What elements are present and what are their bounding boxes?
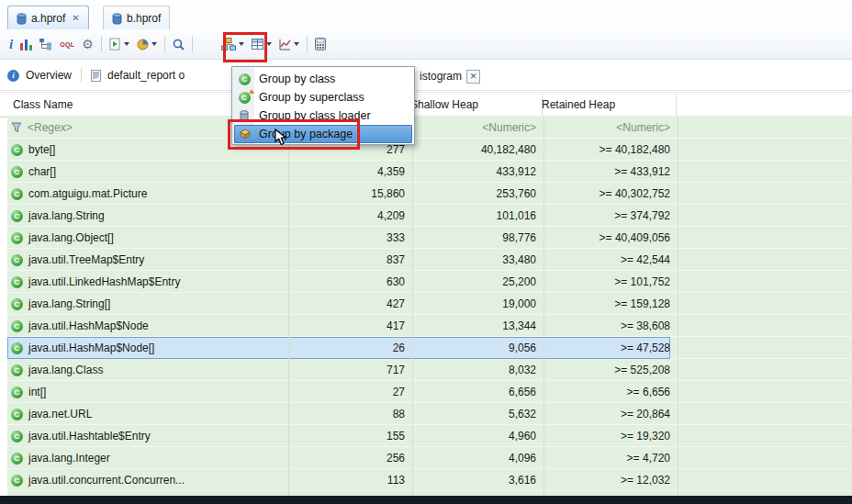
class-name-cell[interactable]: Cjava.lang.String[] <box>7 293 289 315</box>
class-name-label: java.util.LinkedHashMap$Entry <box>28 275 180 288</box>
class-name-label: java.util.HashMap$Node[] <box>28 342 154 354</box>
menu-item-group-by-class[interactable]: C Group by class <box>234 70 412 88</box>
table-row[interactable]: Cjava.net.URL885,632>= 20,864 <box>7 403 852 425</box>
class-name-label: char[] <box>28 165 56 178</box>
class-name-cell[interactable]: Cjava.util.Hashtable$Entry <box>7 425 289 447</box>
mat-window: a.hprof ✕ b.hprof i OQL ⚙ <box>0 0 852 504</box>
class-icon: C <box>11 232 23 244</box>
close-icon[interactable]: ✕ <box>72 14 79 23</box>
class-icon: C <box>11 166 23 178</box>
chart-button[interactable] <box>276 38 302 51</box>
class-name-cell[interactable]: Ccom.atguigu.mat.Picture <box>7 183 289 205</box>
shallow-heap-cell: 433,912 <box>405 161 544 183</box>
settings-button[interactable]: ⚙ <box>79 37 96 51</box>
tab-overview[interactable]: Overview <box>26 69 72 82</box>
tab-a-hprof[interactable]: a.hprof ✕ <box>7 6 89 30</box>
table-row[interactable]: Cjava.util.concurrent.Concurren...1133,6… <box>7 469 852 491</box>
class-name-cell[interactable]: Cjava.lang.Integer <box>7 447 289 469</box>
table-row[interactable]: Cjava.util.LinkedHashMap$Entry63025,200>… <box>7 271 852 293</box>
table-row[interactable]: Cjava.util.HashMap$Node41713,344>= 38,60… <box>7 315 852 337</box>
toolbar-separator <box>192 36 193 52</box>
close-icon[interactable]: ✕ <box>466 70 480 84</box>
oql-button[interactable]: OQL <box>57 40 77 49</box>
shallow-heap-cell: 3,616 <box>405 469 544 491</box>
class-name-cell[interactable]: Cjava.util.concurrent.Concurren... <box>7 469 289 491</box>
class-name-cell[interactable]: Cjava.util.TreeMap$Entry <box>7 249 289 271</box>
retained-heap-cell: >= 12,032 <box>536 469 678 491</box>
table-row[interactable]: Cjava.lang.String4,209101,016>= 374,792 <box>7 205 852 227</box>
class-name-cell[interactable]: Cjava.util.HashMap$Node <box>7 315 289 337</box>
info-button[interactable]: i <box>6 36 16 53</box>
shallow-heap-cell: 9,056 <box>405 337 544 359</box>
class-name-cell[interactable]: Cint[] <box>7 381 289 403</box>
class-name-cell[interactable]: Cjava.lang.Object[] <box>7 227 289 249</box>
class-name-cell[interactable]: Cjava.lang.String <box>7 205 289 227</box>
objects-cell: 417 <box>285 315 413 337</box>
class-name-cell[interactable]: Cjava.lang.Class <box>7 359 289 381</box>
histogram-button[interactable] <box>17 38 35 51</box>
table-header: Class Name Objects Shallow Heap Retained… <box>0 92 852 118</box>
table-row[interactable]: Cbyte[]27740,182,480>= 40,182,480 <box>7 139 852 161</box>
compare-button[interactable] <box>134 38 160 51</box>
class-name-cell[interactable]: Cjava.net.URL <box>7 403 289 425</box>
menu-item-group-by-superclass[interactable]: C Group by superclass <box>234 88 412 106</box>
table-row[interactable]: Cjava.util.Hashtable$Entry1554,960>= 19,… <box>7 425 852 447</box>
table-row[interactable]: Cjava.lang.Object[]33398,776>= 40,409,05… <box>7 227 852 249</box>
objects-cell: 717 <box>285 359 413 381</box>
table-row[interactable]: Cint[]276,656>= 6,656 <box>7 381 852 403</box>
shallow-heap-cell: 33,480 <box>405 249 544 271</box>
objects-cell: 88 <box>285 403 413 425</box>
tab-b-hprof[interactable]: b.hprof <box>103 6 170 30</box>
class-icon: C <box>11 409 23 420</box>
pie-chart-icon <box>137 39 149 50</box>
main-toolbar: i OQL ⚙ <box>0 29 852 60</box>
class-name-label: com.atguigu.mat.Picture <box>28 187 147 200</box>
table-row[interactable]: Cjava.lang.Integer2564,096>= 4,720 <box>7 447 852 469</box>
numeric-filter-field[interactable]: <Numeric> <box>405 116 544 139</box>
calculator-icon <box>315 38 326 50</box>
table-row[interactable]: Cjava.lang.Class7178,032>= 525,208 <box>7 359 852 381</box>
table-row[interactable]: Cjava.util.HashMap$Node[]269,056>= 47,52… <box>7 337 852 359</box>
objects-cell: 630 <box>285 271 413 293</box>
retained-heap-cell: >= 4,720 <box>536 447 678 469</box>
run-report-icon <box>109 38 121 50</box>
table-row[interactable]: Cchar[]4,359433,912>= 433,912 <box>7 161 852 183</box>
class-icon: C <box>11 210 23 222</box>
table-row[interactable]: Cjava.lang.String[]42719,000>= 159,128 <box>7 293 852 315</box>
search-button[interactable] <box>170 38 187 51</box>
tab-histogram[interactable]: istogram ✕ <box>416 64 484 88</box>
class-name-cell[interactable]: Cjava.util.HashMap$Node[] <box>7 337 289 359</box>
class-name-cell[interactable]: Cjava.util.LinkedHashMap$Entry <box>7 271 289 293</box>
objects-cell: 27 <box>285 381 413 403</box>
column-header-shallow-heap[interactable]: Shallow Heap <box>405 93 543 116</box>
superclass-icon: C <box>237 92 252 104</box>
chevron-down-icon <box>151 42 157 46</box>
chevron-down-icon <box>124 42 129 46</box>
shallow-heap-cell: 13,344 <box>405 315 544 337</box>
tab-separator <box>81 68 82 83</box>
class-icon: C <box>11 453 23 465</box>
retained-heap-cell: >= 40,182,480 <box>536 139 678 161</box>
numeric-filter-field[interactable]: <Numeric> <box>536 116 678 139</box>
column-header-retained-heap[interactable]: Retained Heap <box>536 93 677 116</box>
filter-icon <box>11 122 22 133</box>
class-name-label: java.lang.Integer <box>28 452 110 465</box>
table-row[interactable]: Ccom.atguigu.mat.Picture15,860253,760>= … <box>7 183 852 205</box>
shallow-heap-cell: 25,200 <box>405 271 544 293</box>
class-icon: C <box>11 188 23 200</box>
tab-default-report[interactable]: default_report o <box>107 69 185 82</box>
class-name-label: int[] <box>28 386 46 398</box>
run-report-button[interactable] <box>106 37 132 51</box>
class-icon: C <box>11 475 23 487</box>
shallow-heap-cell: 101,016 <box>405 205 544 227</box>
calculate-retained-size-button[interactable] <box>312 37 329 51</box>
retained-heap-cell: >= 6,656 <box>536 381 678 403</box>
search-icon <box>173 39 185 50</box>
retained-heap-cell: >= 374,792 <box>536 205 678 227</box>
class-name-label: java.lang.String <box>28 209 105 222</box>
dominator-tree-button[interactable] <box>37 38 55 51</box>
editor-tab-bar: a.hprof ✕ b.hprof <box>0 4 852 30</box>
class-name-cell[interactable]: Cchar[] <box>7 161 289 183</box>
retained-heap-cell: >= 38,608 <box>536 315 678 337</box>
table-row[interactable]: Cjava.util.TreeMap$Entry83733,480>= 42,5… <box>7 249 852 271</box>
